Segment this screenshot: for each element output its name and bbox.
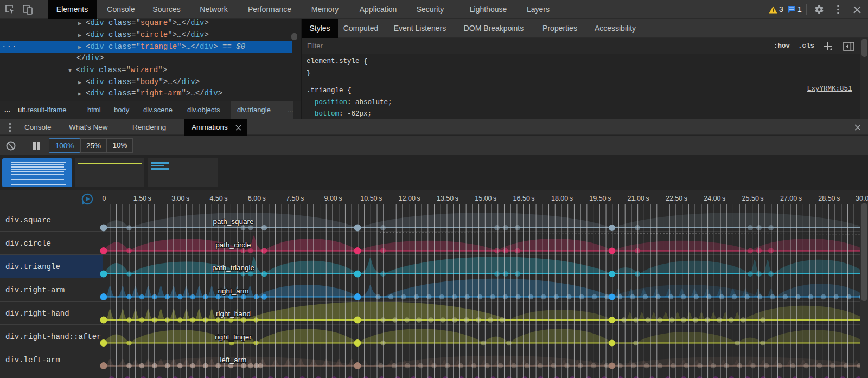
svg-text:div.triangle: div.triangle [5,262,60,271]
svg-text:9.00 s: 9.00 s [324,195,342,202]
svg-text:right_hand: right_hand [216,310,251,318]
svg-text:19.50 s: 19.50 s [589,195,611,202]
svg-text:1.50 s: 1.50 s [133,195,151,202]
svg-text:0: 0 [103,195,106,202]
svg-text:21.00 s: 21.00 s [628,195,649,202]
svg-text:7.50 s: 7.50 s [286,195,304,202]
svg-text:div.right-hand: div.right-hand [5,309,69,318]
svg-text:3.00 s: 3.00 s [171,195,189,202]
svg-text:13.50 s: 13.50 s [437,195,458,202]
svg-text:10.50 s: 10.50 s [360,195,382,202]
svg-text:4.50 s: 4.50 s [209,195,227,202]
svg-text:28.50 s: 28.50 s [818,195,840,202]
svg-text:div.square: div.square [5,216,51,225]
svg-text:27.00 s: 27.00 s [780,195,802,202]
svg-text:22.50 s: 22.50 s [666,195,687,202]
svg-text:div.right-hand::after: div.right-hand::after [5,332,101,341]
svg-text:div.right-arm: div.right-arm [5,286,65,294]
svg-text:path_triangle: path_triangle [212,264,254,272]
svg-text:path_square: path_square [213,217,253,226]
svg-text:right_arm: right_arm [218,287,248,295]
svg-text:div.left-arm: div.left-arm [5,356,60,364]
svg-text:24.00 s: 24.00 s [704,195,725,202]
svg-text:25.50 s: 25.50 s [742,195,764,202]
svg-text:18.00 s: 18.00 s [551,195,573,202]
svg-text:30.0: 30.0 [856,195,868,202]
svg-text:6.00 s: 6.00 s [248,195,266,202]
svg-text:path_circle: path_circle [215,241,251,249]
svg-text:div.circle: div.circle [5,239,51,248]
svg-text:12.00 s: 12.00 s [399,195,420,202]
svg-text:left_arm: left_arm [220,356,247,364]
svg-text:15.00 s: 15.00 s [475,195,496,202]
svg-text:16.50 s: 16.50 s [513,195,535,202]
svg-text:right_finger: right_finger [215,333,252,341]
